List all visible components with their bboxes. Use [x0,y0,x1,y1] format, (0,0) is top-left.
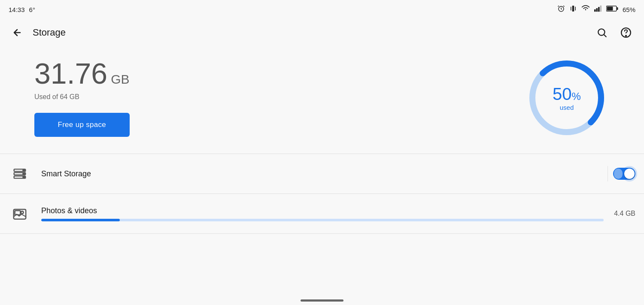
svg-point-18 [23,173,24,175]
alarm-icon [557,5,565,14]
svg-rect-2 [594,9,596,12]
svg-rect-4 [598,7,600,12]
toggle-container [608,166,635,181]
battery-percent: 65% [623,6,635,13]
donut-percent-sign: % [572,91,581,103]
storage-donut-chart: 50 % used [524,55,610,141]
app-bar-actions [592,23,635,42]
svg-point-17 [23,169,24,171]
photos-videos-size: 4.4 GB [614,210,635,217]
toggle-divider [608,166,608,181]
svg-rect-8 [607,7,613,11]
smart-storage-title: Smart Storage [41,169,597,178]
storage-unit: GB [111,72,129,87]
smart-storage-icon [9,163,31,185]
donut-used-label: used [553,104,581,111]
svg-point-11 [626,36,626,36]
photos-videos-progress-fill [41,219,120,221]
status-bar: 14:33 6° [0,0,644,19]
svg-rect-3 [596,8,598,12]
toggle-track [614,169,623,179]
status-temperature: 6° [29,6,35,13]
free-up-space-button[interactable]: Free up space [34,113,130,137]
smart-storage-content: Smart Storage [41,169,597,178]
status-right: 65% [557,5,635,14]
back-button[interactable] [9,24,26,41]
storage-subtitle: Used of 64 GB [34,93,130,101]
storage-amount: 31.76 GB [34,59,130,88]
storage-info: 31.76 GB Used of 64 GB Free up space [34,59,130,137]
svg-point-9 [598,29,605,35]
svg-point-19 [23,176,24,178]
photos-videos-progress [41,219,604,221]
status-time: 14:33 [9,6,25,13]
photos-videos-item[interactable]: Photos & videos 4.4 GB [0,194,644,233]
photos-videos-content: Photos & videos [41,206,604,221]
smart-storage-toggle[interactable] [613,168,635,180]
svg-rect-21 [15,211,21,215]
page-title: Storage [33,27,592,38]
photos-videos-title: Photos & videos [41,206,604,215]
signal-icon [594,5,602,14]
svg-rect-1 [572,6,574,12]
help-button[interactable] [617,23,635,42]
svg-rect-7 [617,7,618,10]
storage-section: 31.76 GB Used of 64 GB Free up space 50 … [0,46,644,154]
storage-number: 31.76 [34,59,107,88]
home-indicator [301,299,343,302]
photos-videos-icon [9,202,31,225]
svg-rect-5 [600,6,601,12]
divider-bottom [0,233,644,234]
battery-icon [606,6,618,13]
donut-label: 50 % used [553,85,581,111]
smart-storage-item[interactable]: Smart Storage [0,154,644,193]
app-bar: Storage [0,19,644,46]
donut-percent: 50 [553,85,572,104]
vibrate-icon [569,5,577,14]
toggle-thumb [624,169,635,179]
status-left: 14:33 6° [9,6,35,13]
search-button[interactable] [592,23,611,42]
svg-point-22 [21,211,24,214]
wifi-icon [581,5,590,14]
